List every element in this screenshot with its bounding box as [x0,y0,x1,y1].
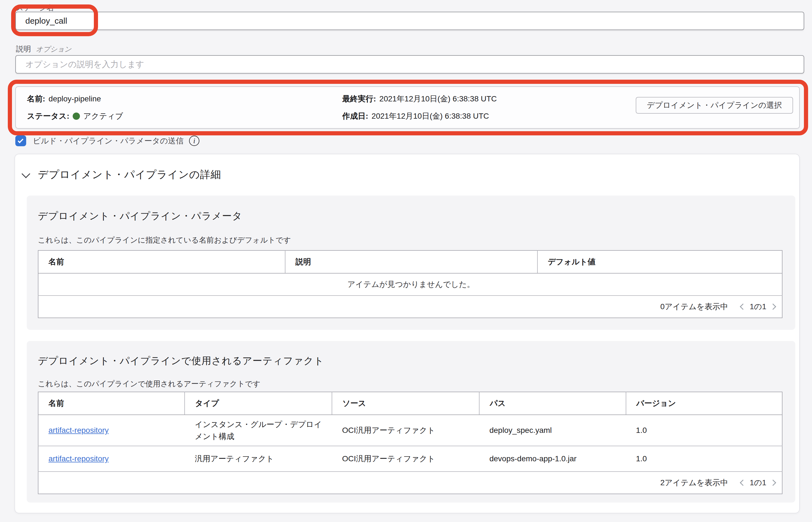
column-header-name: 名前 [38,250,285,273]
pipeline-status-value: アクティブ [83,111,123,121]
status-active-dot-icon [73,113,80,120]
artifacts-card: デプロイメント・パイプラインで使用されるアーティファクト これらは、このパイプラ… [27,341,795,502]
parameters-pagination-row: 0アイテムを表示中 1の1 [38,296,782,318]
artifact-path: devops-demo-app-1.0.jar [479,446,626,471]
last-run-value: 2021年12月10日(金) 6:38:38 UTC [379,94,497,104]
artifact-link[interactable]: artifact-repository [48,454,109,463]
build-params-checkbox[interactable] [15,135,26,146]
column-header-description: 説明 [285,250,537,273]
column-header-type: タイプ [185,392,332,415]
description-label: 説明 [16,45,31,53]
item-count-label: 2アイテムを表示中 [660,478,728,488]
next-page-icon[interactable] [770,480,776,486]
artifact-path: deploy_spec.yaml [479,415,626,446]
column-header-version: バージョン [626,392,782,415]
empty-state-message: アイテムが見つかりませんでした。 [38,273,782,296]
pipeline-status-label: ステータス: [27,111,69,121]
details-collapse-header[interactable]: デプロイメント・パイプラインの詳細 [23,168,221,182]
details-section-title: デプロイメント・パイプラインの詳細 [38,168,221,182]
artifact-source: OCI汎用アーティファクト [332,446,479,471]
artifact-version: 1.0 [626,415,782,446]
next-page-icon[interactable] [770,304,776,310]
stage-name-input[interactable] [15,12,804,30]
parameters-table: 名前 説明 デフォルト値 アイテムが見つかりませんでした。 0アイテムを表示中 … [38,250,783,318]
empty-state-row: アイテムが見つかりませんでした。 [38,273,782,296]
column-header-name: 名前 [38,392,185,415]
select-deployment-pipeline-button[interactable]: デプロイメント・パイプラインの選択 [636,97,793,114]
column-header-path: パス [479,392,626,415]
artifact-source: OCI汎用アーティファクト [332,415,479,446]
page-indicator: 1の1 [750,478,766,488]
created-label: 作成日: [342,111,368,121]
parameters-card-title: デプロイメント・パイプライン・パラメータ [38,209,242,223]
previous-page-icon[interactable] [740,480,746,486]
parameters-table-header-row: 名前 説明 デフォルト値 [38,250,782,273]
pipeline-name-label: 名前: [27,94,45,104]
column-header-default: デフォルト値 [537,250,782,273]
info-icon[interactable]: i [189,136,200,146]
artifacts-table-header-row: 名前 タイプ ソース パス バージョン [38,392,782,415]
item-count-label: 0アイテムを表示中 [660,301,728,312]
description-optional-label: オプション [36,45,71,53]
artifacts-pagination: 2アイテムを表示中 1の1 [48,478,775,488]
artifact-version: 1.0 [626,446,782,471]
build-params-label: ビルド・パイプライン・パラメータの送信 [33,136,184,146]
pipeline-summary-card: 名前: deploy-pipeline ステータス: アクティブ 最終実行: 2… [15,86,800,129]
parameters-card: デプロイメント・パイプライン・パラメータ これらは、このパイプラインに指定されて… [27,196,795,330]
checkmark-icon [18,137,24,143]
created-value: 2021年12月10日(金) 6:38:38 UTC [372,111,489,121]
artifact-type: インスタンス・グループ・デプロイメント構成 [185,415,332,446]
table-row: artifact-repository インスタンス・グループ・デプロイメント構… [38,415,782,446]
artifacts-card-title: デプロイメント・パイプラインで使用されるアーティファクト [38,354,324,367]
stage-name-label: ステージ名 [16,4,54,12]
last-run-label: 最終実行: [342,94,376,104]
artifact-link[interactable]: artifact-repository [48,426,109,435]
column-header-source: ソース [332,392,479,415]
table-row: artifact-repository 汎用アーティファクト OCI汎用アーティ… [38,446,782,471]
description-input[interactable] [15,55,804,74]
page-indicator: 1の1 [750,301,766,312]
build-params-row: ビルド・パイプライン・パラメータの送信 i [15,135,200,146]
artifacts-card-subtitle: これらは、このパイプラインで使用されるアーティファクトです [38,379,261,389]
parameters-card-subtitle: これらは、このパイプラインに指定されている名前およびデフォルトです [38,235,291,245]
pipeline-name-value: deploy-pipeline [48,95,101,103]
artifacts-pagination-row: 2アイテムを表示中 1の1 [38,471,782,494]
previous-page-icon[interactable] [740,304,746,310]
deploy-stage-form-page: { "colors": { "annotation_red": "#e8432c… [0,0,812,522]
deployment-pipeline-details-panel: デプロイメント・パイプラインの詳細 デプロイメント・パイプライン・パラメータ こ… [15,154,800,514]
artifact-type: 汎用アーティファクト [185,446,332,471]
artifacts-table: 名前 タイプ ソース パス バージョン artifact-repository … [38,392,783,494]
parameters-pagination: 0アイテムを表示中 1の1 [48,301,775,312]
chevron-down-icon [21,169,30,178]
